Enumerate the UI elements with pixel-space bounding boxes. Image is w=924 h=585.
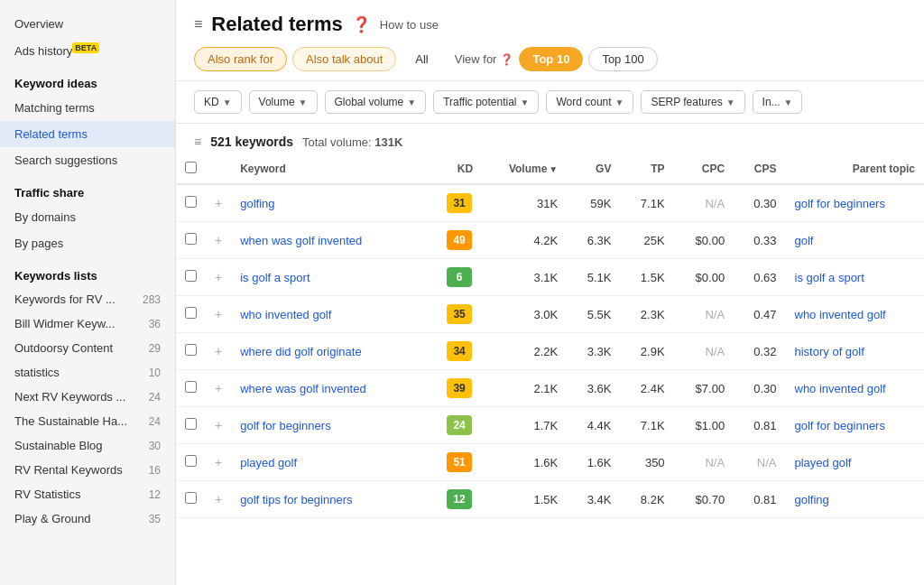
dropdown-arrow-icon: ▼	[784, 98, 793, 107]
col-filter-btn[interactable]: Word count▼	[546, 90, 633, 114]
keyword-cell[interactable]: who invented golf	[231, 296, 437, 333]
parent-topic-cell[interactable]: golf for beginners	[786, 407, 925, 444]
tp-cell: 2.9K	[620, 333, 673, 370]
also-rank-for-btn[interactable]: Also rank for	[194, 47, 287, 71]
row-checkbox[interactable]	[185, 196, 197, 208]
row-checkbox[interactable]	[185, 381, 197, 393]
parent-topic-cell[interactable]: golf	[786, 222, 925, 259]
sidebar-item-by-domains[interactable]: By domains	[0, 204, 175, 230]
sidebar-item-ads-history[interactable]: Ads historyBETA	[0, 37, 175, 64]
sidebar-item-related-terms[interactable]: Related terms	[0, 121, 175, 147]
sidebar-item-by-pages[interactable]: By pages	[0, 230, 175, 256]
row-checkbox[interactable]	[185, 492, 197, 504]
row-checkbox[interactable]	[185, 233, 197, 245]
parent-topic-cell[interactable]: who invented golf	[786, 296, 925, 333]
keyword-cell[interactable]: golf tips for beginners	[231, 481, 437, 518]
add-keyword-btn[interactable]: +	[206, 333, 231, 370]
add-keyword-btn[interactable]: +	[206, 259, 231, 296]
sidebar-list-item[interactable]: Keywords for RV ...283	[0, 287, 175, 311]
volume-cell: 4.2K	[482, 222, 567, 259]
add-keyword-btn[interactable]: +	[206, 481, 231, 518]
view-for-help-icon[interactable]: ❓	[500, 53, 513, 66]
cps-cell: 0.30	[734, 184, 785, 222]
filter-row: Also rank for Also talk about All View f…	[194, 47, 906, 80]
col-filter-btn[interactable]: SERP features▼	[641, 90, 744, 114]
kd-cell: 51	[437, 444, 482, 481]
sidebar-item-overview[interactable]: Overview	[0, 11, 175, 37]
gv-cell: 3.3K	[567, 333, 620, 370]
table-row: +golf for beginners241.7K4.4K7.1K$1.000.…	[176, 407, 924, 444]
tp-cell: 7.1K	[620, 407, 673, 444]
sidebar-item-matching-terms[interactable]: Matching terms	[0, 95, 175, 121]
top10-btn[interactable]: Top 10	[519, 47, 583, 71]
sidebar-item-search-suggestions[interactable]: Search suggestions	[0, 147, 175, 173]
tp-cell: 2.4K	[620, 370, 673, 407]
row-checkbox[interactable]	[185, 418, 197, 430]
parent-topic-cell[interactable]: golf for beginners	[786, 184, 925, 222]
parent-topic-cell[interactable]: golfing	[786, 481, 925, 518]
add-keyword-btn[interactable]: +	[206, 444, 231, 481]
sidebar-list-item[interactable]: Next RV Keywords ...24	[0, 385, 175, 409]
row-checkbox[interactable]	[185, 344, 197, 356]
help-icon[interactable]: ❓	[352, 15, 371, 34]
dropdown-arrow-icon: ▼	[299, 98, 308, 107]
row-checkbox-cell	[176, 370, 206, 407]
gv-cell: 59K	[567, 184, 620, 222]
sidebar-list-item[interactable]: Outdoorsy Content29	[0, 336, 175, 360]
col-filter-btn[interactable]: Traffic potential▼	[433, 90, 539, 114]
menu-icon[interactable]: ≡	[194, 16, 202, 32]
row-checkbox[interactable]	[185, 307, 197, 319]
col-filter-btn[interactable]: Volume▼	[249, 90, 318, 114]
page-title: Related terms	[211, 13, 343, 36]
add-keyword-btn[interactable]: +	[206, 222, 231, 259]
volume-cell: 3.1K	[482, 259, 567, 296]
keyword-cell[interactable]: golf for beginners	[231, 407, 437, 444]
keywords-table: KeywordKDVolume▼GVTPCPCCPSParent topic +…	[176, 154, 924, 518]
add-keyword-btn[interactable]: +	[206, 184, 231, 222]
cpc-cell: N/A	[674, 444, 735, 481]
col-add	[206, 154, 231, 184]
col-filter-btn[interactable]: KD▼	[194, 90, 242, 114]
select-all-checkbox[interactable]	[185, 162, 197, 173]
sidebar-list: Keywords for RV ...283Bill Widmer Keyw..…	[0, 287, 175, 531]
col-header-cpc: CPC	[674, 154, 735, 184]
sidebar-list-item[interactable]: statistics10	[0, 360, 175, 385]
kd-cell: 49	[437, 222, 482, 259]
how-to-use-link[interactable]: How to use	[380, 18, 439, 32]
col-filter-btn[interactable]: Global volume▼	[325, 90, 427, 114]
add-keyword-btn[interactable]: +	[206, 296, 231, 333]
dropdown-arrow-icon: ▼	[615, 98, 624, 107]
sidebar-list-item[interactable]: RV Rental Keywords16	[0, 458, 175, 482]
parent-topic-cell[interactable]: who invented golf	[786, 370, 925, 407]
add-keyword-btn[interactable]: +	[206, 407, 231, 444]
row-checkbox-cell	[176, 259, 206, 296]
keyword-cell[interactable]: is golf a sport	[231, 259, 437, 296]
parent-topic-cell[interactable]: history of golf	[786, 333, 925, 370]
gv-cell: 4.4K	[567, 407, 620, 444]
add-keyword-btn[interactable]: +	[206, 370, 231, 407]
sidebar-list-item[interactable]: The Sustainable Ha...24	[0, 409, 175, 433]
keyword-cell[interactable]: where did golf originate	[231, 333, 437, 370]
sidebar-list-item[interactable]: Sustainable Blog30	[0, 433, 175, 458]
kd-badge: 51	[447, 452, 472, 472]
keyword-cell[interactable]: where was golf invented	[231, 370, 437, 407]
all-btn[interactable]: All	[402, 47, 441, 71]
row-checkbox[interactable]	[185, 270, 197, 282]
parent-topic-cell[interactable]: is golf a sport	[786, 259, 925, 296]
sidebar-list-item[interactable]: Play & Ground35	[0, 506, 175, 531]
gv-cell: 6.3K	[567, 222, 620, 259]
sidebar-list-item[interactable]: Bill Widmer Keyw...36	[0, 311, 175, 336]
parent-topic-cell[interactable]: played golf	[786, 444, 925, 481]
keyword-cell[interactable]: when was golf invented	[231, 222, 437, 259]
top100-btn[interactable]: Top 100	[588, 47, 657, 71]
sidebar-section-keywords-lists: Keywords lists	[0, 256, 175, 287]
keyword-cell[interactable]: golfing	[231, 184, 437, 222]
kd-cell: 12	[437, 481, 482, 518]
col-header-kd: KD	[437, 154, 482, 184]
col-header-volume[interactable]: Volume▼	[482, 154, 567, 184]
sidebar-list-item[interactable]: RV Statistics12	[0, 482, 175, 506]
also-talk-about-btn[interactable]: Also talk about	[292, 47, 396, 71]
col-filter-btn[interactable]: In...▼	[753, 90, 803, 114]
row-checkbox[interactable]	[185, 455, 197, 467]
keyword-cell[interactable]: played golf	[231, 444, 437, 481]
